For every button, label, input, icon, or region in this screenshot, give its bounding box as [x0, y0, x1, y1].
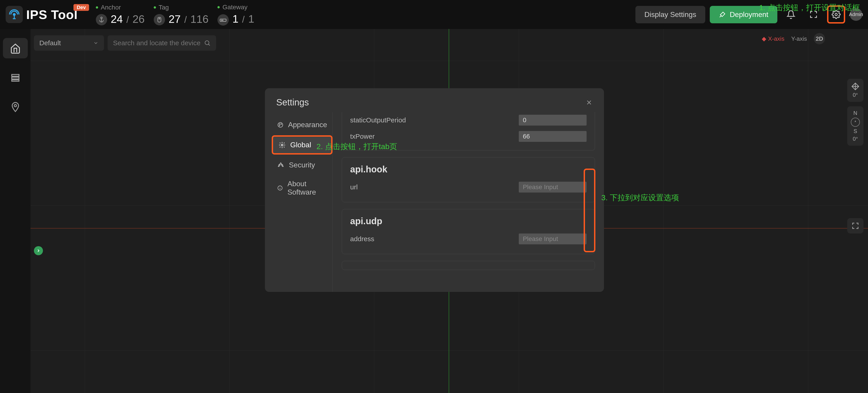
tag-icon — [154, 14, 165, 25]
map-tools: 0° N S 0° — [847, 79, 864, 233]
annotation-1: 1. 点击按钮，打开设置对话框 — [759, 2, 860, 13]
nav-map[interactable] — [3, 97, 28, 117]
stat-sep: / — [126, 15, 129, 25]
gear-icon — [278, 141, 286, 149]
compass-s: S — [854, 128, 857, 134]
stat-anchor: Anchor 24 / 26 — [96, 4, 145, 25]
modal-close-button[interactable] — [585, 99, 593, 106]
left-nav — [0, 29, 31, 393]
dev-badge: Dev — [73, 4, 89, 11]
input-api-udp-address[interactable] — [519, 233, 587, 244]
expand-icon — [851, 222, 860, 230]
compass-tool[interactable]: N S 0° — [847, 106, 864, 146]
modal-sidebar: Appearance Global Security About Softwar… — [265, 112, 333, 292]
svg-point-16 — [279, 125, 280, 126]
section-next-peek — [342, 261, 595, 270]
svg-point-12 — [205, 41, 209, 45]
sidebar-item-security[interactable]: Security — [272, 157, 333, 173]
display-settings-button[interactable]: Display Settings — [636, 6, 705, 23]
nav-list[interactable] — [3, 67, 28, 88]
search-input-wrap — [107, 35, 216, 51]
sidebar-item-label: About Software — [287, 180, 327, 196]
svg-rect-8 — [12, 75, 19, 76]
view-mode-toggle[interactable]: 2D — [814, 33, 825, 44]
stat-label-text: Anchor — [101, 4, 121, 11]
annotation-3: 3. 下拉到对应设置选项 — [601, 192, 679, 203]
rotation-value: 0° — [853, 92, 858, 98]
status-dot-icon — [217, 6, 220, 8]
annotation-2: 2. 点击按钮，打开tab页 — [316, 141, 397, 152]
svg-point-7 — [835, 13, 837, 16]
app-logo-icon — [6, 6, 23, 23]
group-select-value: Default — [39, 39, 61, 47]
info-icon — [277, 185, 283, 192]
axis-labels: ◆ X-axis Y-axis 2D — [762, 33, 825, 44]
palette-icon — [277, 121, 283, 129]
svg-rect-9 — [12, 77, 19, 79]
x-axis-label: ◆ X-axis — [762, 35, 784, 42]
stat-label-text: Gateway — [222, 4, 248, 11]
list-icon — [10, 72, 21, 83]
svg-point-5 — [221, 20, 222, 21]
stat-sep: / — [184, 15, 187, 25]
field-label-staticoutputperiod: staticOutputPeriod — [350, 116, 406, 124]
topbar: IPS Tool Dev Anchor 24 / 26 Tag 27 / 116 — [0, 0, 868, 29]
stat-tag: Tag 27 / 116 — [154, 4, 209, 25]
section-api-udp: api.udp address — [342, 209, 595, 254]
input-txpower[interactable] — [519, 131, 587, 142]
search-input[interactable] — [113, 39, 204, 47]
map-toolbar: Default — [34, 35, 216, 51]
sidebar-item-about[interactable]: About Software — [272, 175, 333, 200]
device-stats: Anchor 24 / 26 Tag 27 / 116 Gateway 1 — [96, 4, 258, 26]
chevron-right-icon — [36, 248, 41, 253]
stat-label-text: Tag — [159, 4, 169, 11]
group-select[interactable]: Default — [34, 35, 104, 51]
sidebar-item-label: Global — [290, 141, 311, 149]
app-title: IPS Tool — [26, 7, 78, 22]
location-icon — [10, 102, 21, 112]
svg-point-1 — [101, 17, 102, 19]
modal-content: staticOutputPeriod txPower api.hook url … — [333, 112, 604, 292]
status-dot-icon — [154, 6, 156, 8]
y-axis-label: Y-axis — [791, 35, 807, 42]
home-icon — [10, 43, 21, 54]
compass-n: N — [853, 110, 857, 116]
shield-icon — [277, 162, 284, 169]
stat-online: 27 — [168, 13, 181, 25]
svg-point-15 — [281, 124, 281, 124]
input-api-hook-url[interactable] — [519, 182, 587, 193]
nav-home[interactable] — [3, 38, 28, 58]
sidebar-item-label: Security — [289, 161, 315, 169]
compass-deg: 0° — [853, 136, 858, 142]
fullscreen-map-button[interactable] — [847, 218, 864, 233]
stat-sep: / — [242, 15, 245, 25]
svg-point-11 — [14, 105, 17, 107]
modal-header: Settings — [265, 88, 604, 112]
deploy-icon — [719, 11, 726, 18]
logo: IPS Tool Dev — [6, 6, 78, 23]
field-label-txpower: txPower — [350, 133, 375, 140]
stat-online: 24 — [111, 13, 123, 25]
stat-online: 1 — [232, 13, 239, 25]
panel-expand-button[interactable] — [34, 246, 43, 255]
scrollbar-highlight[interactable] — [584, 169, 595, 252]
chevron-down-icon — [93, 40, 98, 46]
gateway-icon — [217, 14, 229, 26]
modal-title: Settings — [276, 97, 309, 108]
svg-point-0 — [13, 13, 15, 16]
input-staticoutputperiod[interactable] — [519, 115, 587, 125]
status-dot-icon — [96, 6, 98, 8]
compass-icon — [851, 118, 860, 127]
stat-gateway: Gateway 1 / 1 — [217, 4, 258, 26]
sidebar-item-appearance[interactable]: Appearance — [272, 116, 333, 133]
svg-point-13 — [278, 122, 283, 127]
search-icon — [204, 39, 211, 46]
section-title: api.hook — [350, 164, 587, 174]
stat-total: 26 — [132, 13, 145, 25]
sidebar-item-label: Appearance — [288, 120, 327, 129]
section-api-hook: api.hook url — [342, 157, 595, 202]
rotate-tool[interactable]: 0° — [847, 79, 864, 102]
svg-point-17 — [281, 144, 283, 146]
settings-modal: Settings Appearance Global Security Abou… — [265, 88, 604, 292]
section-title: api.udp — [350, 216, 587, 226]
